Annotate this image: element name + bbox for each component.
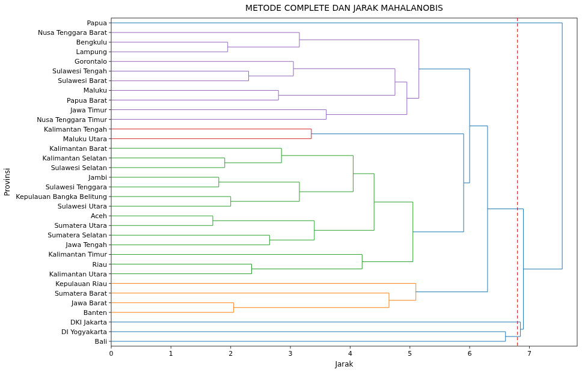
leaf-label: Aceh xyxy=(91,212,107,220)
leaf-label: DI Yogyakarta xyxy=(61,328,107,336)
leaf-label: Sumatera Barat xyxy=(55,290,108,297)
chart-title: METODE COMPLETE DAN JARAK MAHALANOBIS xyxy=(245,3,443,13)
x-tick-label: 3 xyxy=(289,350,293,358)
leaf-label: DKI Jakarta xyxy=(70,319,107,326)
leaf-label: Nusa Tenggara Barat xyxy=(38,29,108,37)
leaf-label: Kalimantan Selatan xyxy=(43,154,107,162)
leaf-label: Kepulauan Riau xyxy=(55,280,107,288)
leaf-label: Sulawesi Barat xyxy=(58,77,107,85)
leaf-label: Lampung xyxy=(76,48,108,56)
x-tick-label: 7 xyxy=(527,350,531,358)
leaf-label: Kalimantan Utara xyxy=(49,270,107,278)
x-tick-label: 4 xyxy=(348,350,352,358)
dendrogram-chart: METODE COMPLETE DAN JARAK MAHALANOBIS012… xyxy=(0,0,588,375)
leaf-label: Sumatera Selatan xyxy=(47,231,107,239)
leaf-label: Maluku xyxy=(84,87,107,94)
leaf-label: Papua Barat xyxy=(67,97,108,105)
leaf-label: Kepulauan Bangka Belitung xyxy=(16,193,107,201)
x-tick-label: 1 xyxy=(169,350,173,358)
x-tick-label: 0 xyxy=(109,350,114,358)
leaf-label: Sulawesi Tengah xyxy=(52,67,107,75)
leaf-label: Nusa Tenggara Timur xyxy=(37,116,107,124)
leaf-label: Gorontalo xyxy=(75,58,107,66)
leaf-label: Maluku Utara xyxy=(63,135,107,143)
leaf-label: Sulawesi Tenggara xyxy=(46,183,107,191)
leaf-label: Kalimantan Barat xyxy=(49,145,107,153)
leaf-label: Kalimantan Timur xyxy=(49,251,108,258)
leaf-label: Riau xyxy=(93,261,107,269)
leaf-label: Banten xyxy=(84,309,107,317)
leaf-label: Sulawesi Utara xyxy=(58,203,107,210)
leaf-label: Bengkulu xyxy=(76,38,107,46)
leaf-label: Jambi xyxy=(88,174,107,181)
plot-border xyxy=(111,18,577,346)
x-tick-label: 5 xyxy=(408,350,412,358)
leaf-label: Bali xyxy=(95,338,107,346)
leaf-label: Jawa Barat xyxy=(71,299,108,307)
leaf-label: Sumatera Utara xyxy=(54,222,107,230)
leaf-label: Sulawesi Selatan xyxy=(51,164,107,172)
y-axis-label: Provinsi xyxy=(3,168,11,197)
x-axis-label: Jarak xyxy=(334,360,353,368)
leaf-label: Jawa Timur xyxy=(70,106,107,114)
chart-svg: METODE COMPLETE DAN JARAK MAHALANOBIS012… xyxy=(0,0,588,375)
leaf-label: Papua xyxy=(87,19,107,27)
x-tick-label: 6 xyxy=(468,350,472,358)
leaf-label: Jawa Tengah xyxy=(65,241,107,249)
leaf-label: Kalimantan Tengah xyxy=(44,126,107,133)
x-tick-label: 2 xyxy=(228,350,233,358)
